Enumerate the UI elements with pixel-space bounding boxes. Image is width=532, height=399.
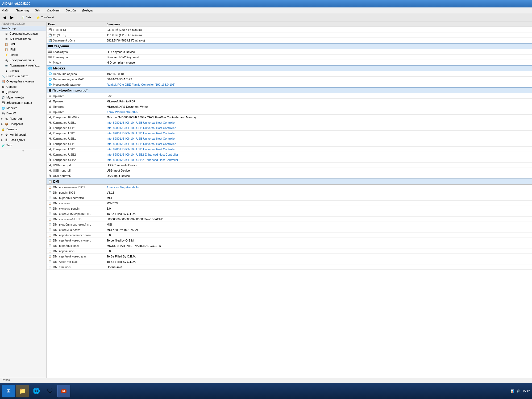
forward-button[interactable]: ▶: [9, 14, 15, 21]
input-section-title: Уведення: [54, 44, 69, 48]
dmi-section-icon: 📋: [48, 180, 52, 184]
field-value-usb1-2[interactable]: Intel 82801JB ICH10 - USB Universal Host…: [105, 125, 532, 130]
file-explorer-button[interactable]: 📁: [16, 385, 29, 397]
field-value-chassis-version: 3.0: [105, 248, 532, 253]
sidebar-item-sensor[interactable]: 🌡 Датчик: [0, 68, 46, 73]
field-value-mac: 00-24-21-53-AC-F2: [105, 77, 532, 82]
menu-file[interactable]: Файл: [1, 8, 10, 13]
field-name-usb1-1: 🔌 Контролер USB1: [47, 120, 105, 125]
sidebar-item-summary[interactable]: 🖥 Сумарна інформація: [0, 31, 46, 36]
sidebar-item-programs[interactable]: ▶ 📦 Програми: [0, 121, 46, 127]
sidebar-header: Комп'ютер: [0, 26, 46, 31]
field-value-printer-xps: Microsoft XPS Document Writer: [105, 104, 532, 109]
field-value-adapter[interactable]: Realtek PCIe GBE Family Controller (192.…: [105, 82, 532, 87]
system-tray: 📊 🔊 15:42: [511, 389, 530, 393]
field-value-usb1-6[interactable]: Intel 82801JB ICH10 - USB Universal Host…: [105, 147, 532, 152]
sidebar-item-storage[interactable]: 💾 Збереження даних: [0, 100, 46, 105]
report-button[interactable]: 📊 Звіт: [19, 15, 34, 20]
field-name-firewire: 🔌 Контролер FireWire: [47, 115, 105, 120]
sidebar-item-security[interactable]: 🔒 Безпека: [0, 127, 46, 132]
table-row: 🔌 Контролер USB1 Intel 82801JB ICH10 - U…: [47, 131, 532, 136]
sidebar-item-portable[interactable]: 💻 Портативний комп'ю...: [0, 63, 46, 68]
favorites-button[interactable]: ⭐ Улюблені: [34, 15, 56, 20]
section-dmi: 📋 DMI: [47, 178, 532, 185]
total-icon: 💾: [48, 39, 52, 42]
table-row: 🌐 Первинна адреса IP 192.168.0.106: [47, 71, 532, 77]
sidebar-item-config[interactable]: ▶ ⚙ Конфігурація: [0, 132, 46, 137]
field-label-usb1-6: Контролер USB1: [53, 148, 76, 151]
start-button[interactable]: ⊞: [2, 385, 15, 397]
computer-name-icon: 🖥: [4, 37, 9, 41]
firewire-icon: 🔌: [48, 115, 52, 119]
field-value-chassis-type: Настільний: [105, 264, 532, 269]
field-value-bios-vendor[interactable]: American Megatrends Inc.: [105, 185, 532, 190]
sidebar-item-server[interactable]: 🖥 Сервер: [0, 84, 46, 89]
printer-fax-icon: 🖨: [48, 94, 52, 98]
sys-uuid-icon: 📋: [48, 217, 52, 221]
table-row: 📋 DMI система MS-7522: [47, 201, 532, 206]
field-value-usb1-5[interactable]: Intel 82801JB ICH10 - USB Universal Host…: [105, 141, 532, 146]
field-label-chassis-asset: DMI Asset-тег шасі: [53, 260, 78, 263]
server-icon: 🖥: [1, 85, 5, 89]
sidebar-item-test[interactable]: 🧪 Тест: [0, 143, 46, 148]
status-text: Готово: [2, 379, 10, 381]
menu-report[interactable]: Звіт: [34, 8, 41, 13]
status-bar: Готово: [0, 378, 532, 383]
sidebar-item-network[interactable]: 🌐 Мережа: [0, 105, 46, 111]
sidebar-item-power[interactable]: 🔌 Електроживлення: [0, 57, 46, 63]
sidebar-item-database[interactable]: ▶ 🗄 База даних: [0, 137, 46, 143]
field-value-board-name: MSI X58 Pro (MS-7522): [105, 227, 532, 232]
field-value-usb1-1[interactable]: Intel 82801JB ICH10 - USB Universal Host…: [105, 120, 532, 125]
sidebar-label-overclock: Розгін: [10, 53, 18, 56]
field-value-printer-pdf: Microsoft Print to PDF: [105, 99, 532, 104]
ip-icon: 🌐: [48, 72, 52, 76]
field-value-usb1-4[interactable]: Intel 82801JB ICH10 - USB Universal Host…: [105, 136, 532, 141]
sidebar-item-devices[interactable]: ▶ 🔌 Пристрої: [0, 116, 46, 121]
sidebar-item-directx[interactable]: 🎮 DirectX: [0, 111, 46, 116]
menu-help[interactable]: Довідка: [81, 8, 94, 13]
sidebar-item-os[interactable]: 🪟 Операційна система: [0, 79, 46, 84]
config-expand-icon: ▶: [1, 133, 4, 136]
sidebar-item-computer-name[interactable]: 🖥 Ім'я комп'ютера: [0, 36, 46, 41]
field-value-usb2-1[interactable]: Intel 82801JB ICH10 - USB2 Enhanced Host…: [105, 152, 532, 157]
menu-view[interactable]: Перегляд: [15, 8, 30, 13]
field-value-usb2-2[interactable]: Intel 82801JB ICH10 - USB2 Enhanced Host…: [105, 157, 532, 162]
field-label-sys-serial: DMI системний серійний н...: [53, 212, 91, 215]
sidebar-item-dmi[interactable]: 📋 DMI: [0, 41, 46, 47]
sidebar-label-server: Сервер: [6, 85, 16, 88]
field-name-sys-vendor: 📋 DMI виробник системи: [47, 195, 105, 200]
browser-button[interactable]: 🌐: [30, 385, 43, 397]
aida64-taskbar-button[interactable]: 64: [57, 385, 70, 397]
sidebar-item-display[interactable]: 🖥 Дисплей: [0, 89, 46, 95]
field-value-usb1-3[interactable]: Intel 82801JB ICH10 - USB Universal Host…: [105, 131, 532, 136]
sidebar-scroll-bottom[interactable]: ▼: [1, 150, 45, 152]
field-value-printer-xerox[interactable]: Xerox WorkCentre 3025: [105, 109, 532, 114]
field-label-chassis-serial: DMI серійний номер шасі: [53, 255, 87, 258]
sidebar-item-system-board[interactable]: 🔧 Системна плата: [0, 73, 46, 79]
config-icon: ⚙: [4, 132, 9, 137]
app-button-3[interactable]: 🛡: [44, 385, 56, 397]
sidebar-item-overclock[interactable]: ⚡ Розгін: [0, 52, 46, 57]
table-row: 📋 DMI тип шасі Настільний: [47, 264, 532, 270]
sidebar-item-multimedia[interactable]: 🎵 Мультимедіа: [0, 95, 46, 100]
sidebar-item-ipmi[interactable]: 📋 IPMI: [0, 47, 46, 52]
network-section-icon: 🌐: [48, 66, 52, 70]
field-label-chassis-version: DMI версія шасі: [53, 250, 74, 253]
storage-icon: 💾: [1, 101, 5, 105]
field-name-board-name: 📋 DMI системна плата: [47, 227, 105, 232]
back-button[interactable]: ◀: [1, 14, 8, 21]
field-value-chassis-asset: To Be Filled By O.E.M.: [105, 259, 532, 264]
tray-icon-2: 🔊: [517, 389, 520, 393]
table-row: 🖨 Принтер Microsoft Print to PDF: [47, 99, 532, 104]
menu-tools[interactable]: Засоби: [65, 8, 77, 13]
menu-favorites[interactable]: Улюблені: [46, 8, 61, 13]
field-name-mouse: 🖱 Миша: [47, 60, 105, 65]
field-value-sys-name: MS-7522: [105, 201, 532, 206]
programs-icon: 📦: [4, 122, 9, 126]
tray-icon-1: 📊: [511, 389, 514, 393]
field-label-printer-xerox: Принтер: [53, 110, 64, 114]
field-value-sys-uuid: 00000000-00000000-00000024-2153ACF2: [105, 217, 532, 222]
column-headers: Поле Значення: [47, 22, 532, 27]
field-name-chassis-serial: 📋 DMI серійний номер шасі: [47, 254, 105, 259]
field-name-board-serial: 📋 DMI серійний номер систе...: [47, 238, 105, 243]
